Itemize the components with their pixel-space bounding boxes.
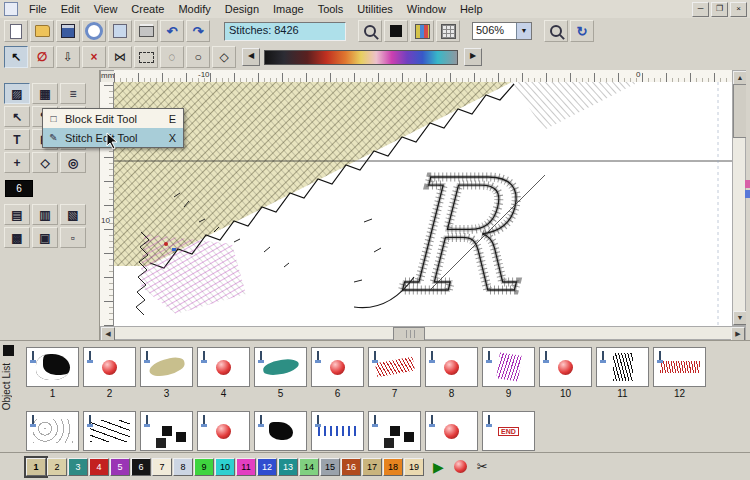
close-button[interactable]: × bbox=[730, 2, 747, 17]
menu-item[interactable]: Help bbox=[453, 2, 490, 16]
no-edit-icon[interactable]: ∅ bbox=[30, 46, 54, 68]
menu-item[interactable]: Window bbox=[400, 2, 453, 16]
refresh-icon[interactable]: ↻ bbox=[570, 20, 594, 42]
object-thumbnail[interactable]: 9 bbox=[482, 347, 535, 399]
scissors-icon[interactable]: ✂ bbox=[477, 459, 488, 474]
lasso-select-icon[interactable]: ◌ bbox=[160, 46, 184, 68]
scroll-right-button[interactable]: ▶ bbox=[731, 327, 745, 341]
color-tab[interactable]: 13 bbox=[278, 458, 298, 476]
fill-hatch-tool-icon[interactable]: ▨ bbox=[4, 83, 30, 104]
color-tab[interactable]: 2 bbox=[47, 458, 67, 476]
select-tool-icon[interactable]: ↖ bbox=[4, 46, 28, 68]
object-thumbnail[interactable]: 4 bbox=[197, 347, 250, 399]
stitch-count-field[interactable]: Stitches: 8426 bbox=[224, 22, 346, 41]
color-tab[interactable]: 3 bbox=[68, 458, 88, 476]
menu-item[interactable]: Edit bbox=[54, 2, 87, 16]
pattern-f-icon[interactable]: ▫ bbox=[60, 227, 86, 248]
redo-icon[interactable]: ↷ bbox=[186, 20, 210, 42]
vertical-scroll-thumb[interactable] bbox=[733, 84, 747, 138]
object-thumbnail[interactable] bbox=[425, 411, 478, 451]
mirror-horizontal-icon[interactable]: ⋈ bbox=[108, 46, 132, 68]
menu-item[interactable]: Create bbox=[124, 2, 171, 16]
palette-icon[interactable] bbox=[410, 20, 434, 42]
add-point-tool-icon[interactable]: + bbox=[4, 152, 30, 173]
menu-item-block-edit-tool[interactable]: □ Block Edit Tool E bbox=[43, 109, 183, 128]
lettering-tool-icon[interactable]: T bbox=[4, 129, 30, 150]
pattern-e-icon[interactable]: ▣ bbox=[32, 227, 58, 248]
scroll-left-button[interactable]: ◀ bbox=[101, 327, 115, 341]
grid-colors-icon[interactable] bbox=[436, 20, 460, 42]
undo-icon[interactable]: ↶ bbox=[160, 20, 184, 42]
color-tab[interactable]: 5 bbox=[110, 458, 130, 476]
design-canvas[interactable]: R R R bbox=[114, 82, 732, 326]
object-thumbnail[interactable]: 11 bbox=[596, 347, 649, 399]
scroll-down-button[interactable]: ▼ bbox=[733, 311, 747, 325]
color-tab[interactable]: 19 bbox=[404, 458, 424, 476]
object-thumbnail[interactable] bbox=[197, 411, 250, 451]
current-color-indicator[interactable]: 6 bbox=[5, 180, 33, 197]
color-tab[interactable]: 11 bbox=[236, 458, 256, 476]
object-thumbnail[interactable] bbox=[140, 411, 193, 451]
menu-item[interactable]: Image bbox=[266, 2, 311, 16]
object-thumbnail[interactable]: 6 bbox=[311, 347, 364, 399]
object-thumbnail[interactable] bbox=[26, 411, 79, 451]
menu-item[interactable]: Utilities bbox=[350, 2, 399, 16]
save-design-icon[interactable] bbox=[56, 20, 80, 42]
stitch-color-range-strip[interactable] bbox=[264, 50, 458, 65]
color-tab[interactable]: 12 bbox=[257, 458, 277, 476]
object-thumbnail[interactable]: 12 bbox=[653, 347, 706, 399]
horizontal-scrollbar[interactable]: ◀ ▶ bbox=[100, 326, 746, 340]
color-tab[interactable]: 15 bbox=[320, 458, 340, 476]
color-tab[interactable]: 10 bbox=[215, 458, 235, 476]
color-tab[interactable]: 14 bbox=[299, 458, 319, 476]
minimize-button[interactable]: ─ bbox=[692, 2, 709, 17]
color-black-icon[interactable] bbox=[384, 20, 408, 42]
color-tab[interactable]: 9 bbox=[194, 458, 214, 476]
color-tab[interactable]: 7 bbox=[152, 458, 172, 476]
pattern-a-icon[interactable]: ▤ bbox=[4, 204, 30, 225]
range-prev-button[interactable]: ◀ bbox=[242, 48, 260, 66]
color-tab[interactable]: 6 bbox=[131, 458, 151, 476]
object-thumbnail[interactable]: 3 bbox=[140, 347, 193, 399]
menu-item[interactable]: Modify bbox=[171, 2, 217, 16]
maximize-button[interactable]: ❐ bbox=[711, 2, 728, 17]
circle-select-icon[interactable]: ○ bbox=[186, 46, 210, 68]
zoom-window-icon[interactable] bbox=[544, 20, 568, 42]
menu-item[interactable]: Tools bbox=[311, 2, 351, 16]
mesh-fill-tool-icon[interactable]: ▦ bbox=[32, 83, 58, 104]
color-tab[interactable]: 16 bbox=[341, 458, 361, 476]
zoom-in-icon[interactable] bbox=[358, 20, 382, 42]
rect-select-icon[interactable] bbox=[134, 46, 158, 68]
shape-tool-icon[interactable]: ◇ bbox=[32, 152, 58, 173]
object-thumbnail[interactable]: 7 bbox=[368, 347, 421, 399]
select-object-tool-icon[interactable]: ↖ bbox=[4, 106, 30, 127]
object-thumbnail[interactable]: 8 bbox=[425, 347, 478, 399]
bead-icon[interactable] bbox=[454, 460, 467, 473]
object-thumbnail[interactable] bbox=[311, 411, 364, 451]
print-icon[interactable] bbox=[134, 20, 158, 42]
color-tab[interactable]: 8 bbox=[173, 458, 193, 476]
sequence-tool-icon[interactable]: ≡ bbox=[60, 83, 86, 104]
color-tab[interactable]: 1 bbox=[26, 458, 46, 476]
zoom-tool-icon[interactable]: ◎ bbox=[60, 152, 86, 173]
object-thumbnail[interactable]: 2 bbox=[83, 347, 136, 399]
horizontal-scroll-thumb[interactable] bbox=[393, 327, 425, 341]
object-thumbnail[interactable]: 10 bbox=[539, 347, 592, 399]
color-tab[interactable]: 17 bbox=[362, 458, 382, 476]
object-thumbnail[interactable]: END bbox=[482, 411, 535, 451]
play-button[interactable]: ▶ bbox=[433, 460, 444, 474]
color-tab[interactable]: 18 bbox=[383, 458, 403, 476]
menu-item[interactable]: File bbox=[22, 2, 54, 16]
pattern-d-icon[interactable]: ▩ bbox=[4, 227, 30, 248]
object-thumbnail[interactable]: 1 bbox=[26, 347, 79, 399]
menu-item[interactable]: View bbox=[87, 2, 125, 16]
object-thumbnail[interactable]: 5 bbox=[254, 347, 307, 399]
new-design-icon[interactable] bbox=[4, 20, 28, 42]
color-tab[interactable]: 4 bbox=[89, 458, 109, 476]
insert-stitch-icon[interactable]: ⇩ bbox=[56, 46, 80, 68]
delete-stitch-icon[interactable]: × bbox=[82, 46, 106, 68]
design-info-icon[interactable] bbox=[108, 20, 132, 42]
pattern-c-icon[interactable]: ▧ bbox=[60, 204, 86, 225]
polygon-select-icon[interactable]: ◇ bbox=[212, 46, 236, 68]
chevron-down-icon[interactable]: ▼ bbox=[516, 23, 531, 39]
